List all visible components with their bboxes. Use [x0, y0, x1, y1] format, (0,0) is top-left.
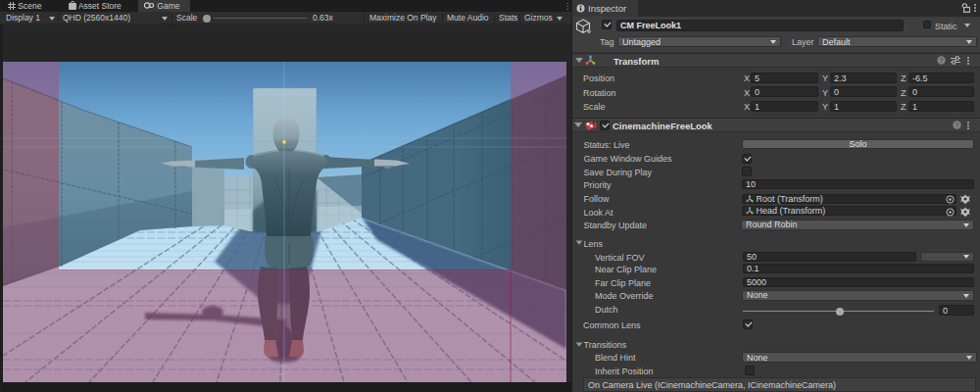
svg-text:?: ? — [956, 122, 959, 128]
svg-text:?: ? — [940, 57, 944, 64]
